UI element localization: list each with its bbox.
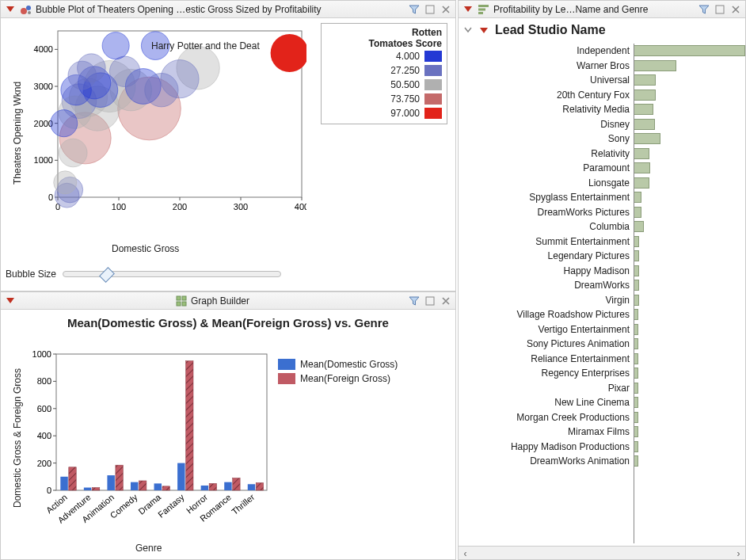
profit-row[interactable]: Morgan Creek Productions [459, 410, 745, 425]
slider-thumb[interactable] [99, 267, 115, 283]
profit-row-bar [634, 280, 639, 291]
filter-icon[interactable] [698, 3, 710, 16]
profit-row-bar [634, 207, 641, 218]
profit-row[interactable]: Vertigo Entertainment [459, 322, 745, 337]
svg-text:400: 400 [295, 202, 306, 211]
profit-row-label: Happy Madison Productions [459, 441, 633, 452]
svg-text:300: 300 [234, 202, 248, 211]
bubble-size-slider[interactable]: Bubble Size [6, 269, 281, 280]
profit-row-bar [634, 148, 649, 159]
profit-row-label: Relativity [459, 148, 633, 159]
profit-row[interactable]: Relativity Media [459, 102, 745, 117]
profit-row[interactable]: Lionsgate [459, 176, 745, 191]
close-icon[interactable] [440, 3, 452, 16]
graph-plot-area[interactable]: 02004006008001000ActionAdventureAnimatio… [25, 349, 270, 539]
profit-row-label: Pixar [459, 383, 633, 394]
bubble-x-axis-label: Domestic Gross [112, 243, 179, 254]
profit-row[interactable]: DreamWorks Animation [459, 454, 745, 469]
profit-row[interactable]: Disney [459, 117, 745, 132]
profit-row-label: Sony [459, 133, 633, 144]
profit-row[interactable]: Legendary Pictures [459, 249, 745, 264]
graph-builder-panel: Graph Builder Mean(Domestic Gross) & Mea… [0, 291, 456, 560]
graph-y-axis-label: Domestic Gross & Foreign Gross [12, 368, 23, 508]
profit-section-title: Lead Studio Name [495, 23, 606, 37]
filter-icon[interactable] [408, 3, 421, 16]
scroll-left-icon[interactable]: ‹ [459, 547, 472, 560]
profit-row-label: Morgan Creek Productions [459, 412, 633, 423]
close-icon[interactable] [729, 3, 742, 16]
panel-menu-icon[interactable] [4, 295, 17, 307]
svg-text:3000: 3000 [34, 82, 53, 91]
outline-toggle-icon[interactable] [463, 25, 473, 35]
profit-row-label: Vertigo Entertainment [459, 324, 633, 335]
svg-rect-100 [478, 8, 485, 10]
scroll-right-icon[interactable]: › [732, 547, 745, 560]
maximize-icon[interactable] [424, 295, 436, 307]
profit-row-bar [634, 295, 639, 306]
svg-text:600: 600 [37, 404, 51, 413]
svg-text:1000: 1000 [32, 349, 51, 359]
profit-section-header[interactable]: Lead Studio Name [459, 18, 745, 42]
bubble-plot-panel: Bubble Plot of Theaters Opening …estic G… [0, 0, 456, 291]
bubble-plot-area[interactable]: 010002000300040000100200300400 [21, 23, 306, 229]
svg-point-37 [145, 73, 178, 106]
svg-rect-91 [209, 483, 216, 490]
profit-row[interactable]: Warner Bros [459, 59, 745, 74]
profit-row[interactable]: 20th Century Fox [459, 88, 745, 103]
svg-rect-99 [478, 5, 489, 7]
profit-row[interactable]: Paramount [459, 161, 745, 176]
profit-row[interactable]: Universal [459, 73, 745, 88]
profit-row-label: Universal [459, 74, 633, 86]
svg-rect-59 [56, 354, 267, 490]
profit-row[interactable]: Columbia [459, 219, 745, 234]
close-icon[interactable] [440, 295, 452, 307]
svg-point-40 [109, 56, 139, 86]
profit-row[interactable]: Regency Enterprises [459, 366, 745, 381]
profit-panel-title: Profitability by Le…Name and Genre [493, 4, 695, 15]
profit-row[interactable]: Village Roadshow Pictures [459, 307, 745, 322]
section-menu-icon[interactable] [478, 24, 490, 36]
profit-row[interactable]: New Line Cinema [459, 395, 745, 410]
profit-row[interactable]: Happy Madison [459, 264, 745, 279]
svg-text:800: 800 [37, 376, 51, 386]
horizontal-scrollbar[interactable]: ‹ › [459, 546, 745, 559]
profit-row-label: Sony Pictures Animation [459, 338, 633, 349]
profit-row[interactable]: Miramax Films [459, 425, 745, 440]
profit-row[interactable]: Independent [459, 44, 745, 59]
profit-row[interactable]: Relativity [459, 147, 745, 162]
profit-row[interactable]: Virgin [459, 293, 745, 308]
profit-bar-list[interactable]: IndependentWarner BrosUniversal20th Cent… [459, 44, 745, 543]
maximize-icon[interactable] [714, 3, 726, 16]
panel-menu-icon[interactable] [462, 3, 474, 16]
profit-row-label: 20th Century Fox [459, 90, 633, 101]
bubble-color-legend: RottenTomatoes Score 4.00027.25050.50073… [321, 23, 447, 124]
profit-row[interactable]: Reliance Entertainment [459, 352, 745, 367]
svg-point-0 [21, 8, 27, 14]
profit-row[interactable]: DreamWorks Pictures [459, 205, 745, 220]
maximize-icon[interactable] [424, 3, 436, 16]
profit-row[interactable]: Happy Madison Productions [459, 440, 745, 455]
profit-row[interactable]: Sony Pictures Animation [459, 337, 745, 352]
profit-row-bar [634, 177, 649, 189]
slider-track[interactable] [63, 271, 281, 277]
svg-text:0: 0 [47, 486, 51, 495]
filter-icon[interactable] [408, 295, 421, 307]
svg-rect-56 [426, 297, 434, 305]
profit-row-bar [634, 119, 655, 130]
profit-row-bar [634, 265, 639, 276]
profit-row[interactable]: DreamWorks [459, 278, 745, 293]
profit-row[interactable]: Summit Entertainment [459, 234, 745, 250]
legend-domestic: Mean(Domestic Gross) [300, 359, 398, 370]
profit-row[interactable]: Pixar [459, 381, 745, 396]
svg-text:Thriller: Thriller [230, 492, 257, 516]
svg-rect-79 [116, 465, 123, 490]
panel-menu-icon[interactable] [4, 3, 17, 16]
svg-point-2 [28, 11, 31, 14]
graph-chart-title: Mean(Domestic Gross) & Mean(Foreign Gros… [1, 310, 455, 334]
profit-row-label: Independent [459, 45, 633, 56]
profit-row-label: Miramax Films [459, 426, 633, 437]
svg-point-45 [59, 139, 87, 167]
profit-row[interactable]: Sony [459, 131, 745, 147]
svg-rect-96 [248, 484, 255, 490]
profit-row[interactable]: Spyglass Entertainment [459, 190, 745, 205]
